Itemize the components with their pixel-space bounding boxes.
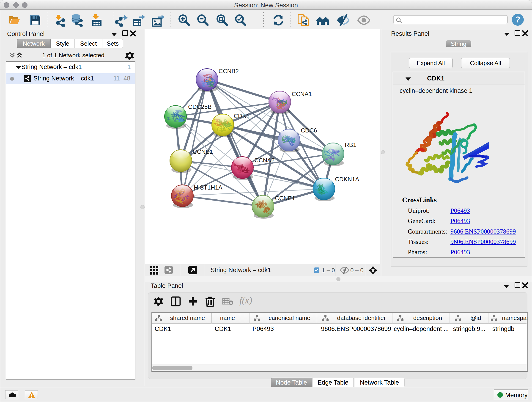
svg-text:CDC25B: CDC25B — [188, 103, 212, 110]
svg-text:CCNA2: CCNA2 — [254, 157, 274, 164]
svg-text:CCNE1: CCNE1 — [275, 195, 295, 202]
svg-text:CCNA1: CCNA1 — [292, 90, 312, 97]
svg-text:CDC6: CDC6 — [301, 127, 317, 134]
svg-text:RB1: RB1 — [345, 141, 356, 148]
svg-text:CDK1: CDK1 — [234, 113, 249, 119]
svg-text:CCNB2: CCNB2 — [219, 68, 239, 75]
svg-text:CCNB1: CCNB1 — [193, 148, 213, 155]
svg-text:HIST1H1A: HIST1H1A — [194, 184, 222, 191]
svg-text:CDKN1A: CDKN1A — [335, 176, 359, 183]
